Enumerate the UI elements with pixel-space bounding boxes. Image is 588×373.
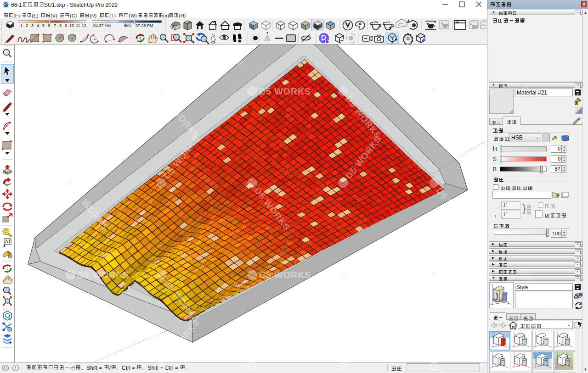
svg-text:2: 2	[26, 23, 28, 28]
svg-text:4: 4	[37, 23, 39, 28]
svg-text:9: 9	[65, 23, 67, 28]
svg-text:5: 5	[42, 23, 45, 28]
svg-text:04:37 AM: 04:37 AM	[93, 23, 111, 28]
svg-text:6: 6	[48, 23, 50, 28]
svg-text:11: 11	[76, 23, 80, 28]
svg-text:3: 3	[31, 23, 34, 28]
svg-text:07:28 PM: 07:28 PM	[136, 23, 153, 28]
svg-text:A1: A1	[5, 239, 11, 244]
svg-text:1: 1	[20, 23, 23, 28]
svg-text:12: 12	[82, 23, 86, 28]
svg-text:7: 7	[54, 23, 56, 28]
svg-text:8: 8	[59, 23, 62, 28]
svg-text:10: 10	[69, 23, 74, 28]
